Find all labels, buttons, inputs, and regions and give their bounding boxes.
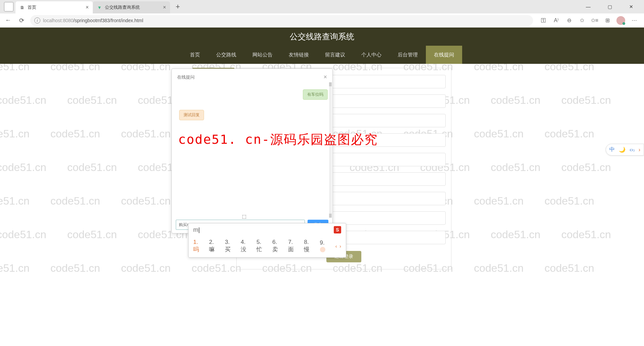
vue-icon: ▼	[97, 5, 102, 10]
close-icon[interactable]: ×	[323, 74, 327, 81]
expand-icon[interactable]: ›	[639, 147, 640, 153]
ime-candidate-7[interactable]: 8.慢	[304, 239, 314, 253]
favorite-icon[interactable]: ✩	[578, 17, 586, 24]
site-info-icon[interactable]: i	[34, 17, 40, 24]
refresh-button[interactable]: ⟳	[17, 16, 26, 25]
ime-candidate-3[interactable]: 4.没	[241, 239, 250, 253]
url-input[interactable]: i localhost:8080/springbootmf383/front/i…	[30, 15, 533, 26]
nav-item-3[interactable]: 友情链接	[281, 46, 317, 64]
modal-body: 有车位吗 测试回复	[172, 85, 332, 216]
back-button[interactable]: ←	[3, 16, 13, 25]
browser-chrome: 🗎 首页 × ▼ 公交线路查询系统 × + — ▢ ✕ ← ⟳ i localh…	[0, 0, 644, 28]
ime-candidate-8[interactable]: 9.	[320, 240, 329, 253]
close-icon[interactable]: ×	[86, 4, 89, 10]
main-nav: 首页公交路线网站公告友情链接留言建议个人中心后台管理在线提问	[0, 46, 644, 64]
code-icon[interactable]: ‹›₎	[630, 146, 635, 153]
ime-next-icon[interactable]: ›	[339, 244, 341, 249]
message-bubble: 测试回复	[179, 110, 204, 120]
tab-overview-button[interactable]	[4, 2, 13, 11]
tab-1[interactable]: ▼ 公交线路查询系统 ×	[93, 1, 170, 13]
window-controls: — ▢ ✕	[581, 2, 642, 12]
close-window-button[interactable]: ✕	[625, 2, 638, 12]
avatar[interactable]	[616, 16, 625, 25]
ime-candidate-5[interactable]: 6.卖	[272, 239, 282, 253]
read-aloud-icon[interactable]: A⁾	[553, 17, 560, 24]
collections-icon[interactable]: ⊞	[604, 17, 611, 24]
nav-item-7[interactable]: 在线提问	[426, 46, 462, 64]
minimize-button[interactable]: —	[581, 2, 595, 12]
floating-toolbar: 中 🌙 ‹›₎ ›	[606, 144, 644, 156]
ime-candidate-0[interactable]: 1.吗	[193, 239, 203, 253]
chat-modal: 在线提问 × 有车位吗 测试回复 ☺ 发布	[171, 69, 333, 233]
modal-header: 在线提问 ×	[172, 69, 332, 85]
ime-input-row: m S	[189, 223, 346, 236]
ime-input-text: m	[193, 226, 200, 233]
key-icon[interactable]: ⚿	[540, 17, 547, 24]
nav-item-2[interactable]: 网站公告	[244, 46, 281, 64]
ime-candidates: 1.吗2.嘛3.买4.没5.忙6.卖7.面8.慢9.‹›	[189, 236, 346, 257]
page-title: 公交线路查询系统	[0, 28, 644, 46]
ime-candidate-6[interactable]: 7.面	[288, 239, 298, 253]
tab-title: 首页	[28, 4, 36, 10]
nav-item-5[interactable]: 个人中心	[353, 46, 390, 64]
moon-icon[interactable]: 🌙	[619, 146, 626, 153]
scrollbar[interactable]	[329, 82, 332, 218]
ime-candidate-2[interactable]: 3.买	[225, 239, 235, 253]
modal-title: 在线提问	[177, 74, 195, 80]
ime-candidate-4[interactable]: 5.忙	[256, 239, 266, 253]
nav-item-4[interactable]: 留言建议	[317, 46, 353, 64]
nav-item-0[interactable]: 首页	[182, 46, 208, 64]
message-sent: 有车位吗	[176, 89, 328, 100]
ime-lang-icon[interactable]: 中	[609, 146, 615, 153]
tab-bar: 🗎 首页 × ▼ 公交线路查询系统 × + — ▢ ✕	[0, 0, 644, 13]
close-icon[interactable]: ×	[163, 4, 166, 10]
tab-add-button[interactable]: +	[173, 2, 183, 11]
message-bubble: 有车位吗	[303, 89, 328, 100]
nav-item-6[interactable]: 后台管理	[390, 46, 426, 64]
more-icon[interactable]: ⋯	[631, 17, 638, 24]
tab-title: 公交线路查询系统	[105, 4, 140, 10]
zoom-icon[interactable]: ⊖	[565, 17, 573, 24]
page-icon: 🗎	[19, 5, 25, 10]
address-bar: ← ⟳ i localhost:8080/springbootmf383/fro…	[0, 13, 644, 28]
sogou-icon: S	[334, 226, 341, 233]
favorites-bar-icon[interactable]: ✩≡	[591, 17, 598, 24]
ime-candidate-box: m S 1.吗2.嘛3.买4.没5.忙6.卖7.面8.慢9.‹›	[188, 223, 346, 258]
nav-item-1[interactable]: 公交路线	[208, 46, 244, 64]
tab-0[interactable]: 🗎 首页 ×	[15, 1, 93, 13]
ime-candidate-1[interactable]: 2.嘛	[209, 239, 219, 253]
url-text: localhost:8080/springbootmf383/front/ind…	[43, 18, 143, 23]
message-received: 测试回复	[176, 110, 328, 120]
toolbar-right: ⚿ A⁾ ⊖ ✩ ✩≡ ⊞ ⋯	[537, 16, 641, 25]
ime-prev-icon[interactable]: ‹	[335, 244, 337, 249]
maximize-button[interactable]: ▢	[603, 2, 616, 12]
